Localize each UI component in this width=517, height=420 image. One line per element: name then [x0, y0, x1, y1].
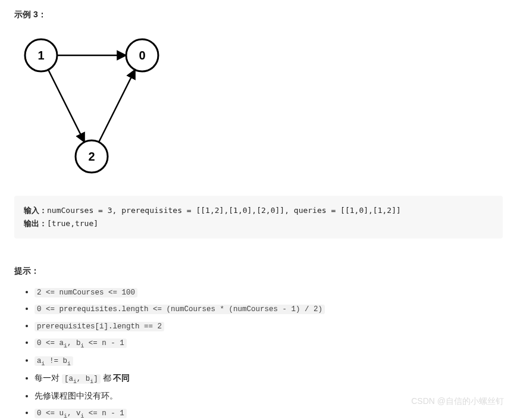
hint-code: 0 <= prerequisites.length <= (numCourses…: [35, 305, 325, 314]
hint-item: 先修课程图中没有环。: [35, 389, 503, 403]
hint-code: 0 <= ai, bi <= n - 1: [35, 338, 127, 348]
input-label: 输入：: [24, 206, 47, 215]
hints-list: 2 <= numCourses <= 1000 <= prerequisites…: [14, 285, 503, 420]
node-0-label: 0: [139, 49, 145, 62]
input-value: numCourses = 3, prerequisites = [[1,2],[…: [47, 206, 401, 215]
hint-item: 0 <= ai, bi <= n - 1: [35, 336, 503, 351]
hint-item: 每一对 [ai, bi] 都 不同: [35, 371, 503, 387]
output-value: [true,true]: [47, 219, 98, 228]
graph-figure: 1 0 2: [14, 29, 503, 185]
hint-item: 2 <= numCourses <= 100: [35, 285, 503, 299]
edge-1-2: [48, 70, 84, 142]
edge-2-0: [99, 70, 135, 142]
hint-item: 0 <= ui, vi <= n - 1: [35, 406, 503, 420]
hint-item: ai != bi: [35, 353, 503, 369]
hints-title: 提示：: [14, 266, 503, 277]
hint-code: 0 <= ui, vi <= n - 1: [35, 409, 127, 418]
io-codebox: 输入：numCourses = 3, prerequisites = [[1,2…: [14, 196, 503, 239]
hints-section: 提示： 2 <= numCourses <= 1000 <= prerequis…: [14, 266, 503, 420]
hint-code: 2 <= numCourses <= 100: [35, 288, 137, 297]
node-2-label: 2: [88, 150, 95, 163]
graph-svg: 1 0 2: [14, 29, 175, 183]
output-label: 输出：: [24, 219, 47, 228]
hint-item: prerequisites[i].length == 2: [35, 319, 503, 333]
hint-code: prerequisites[i].length == 2: [35, 322, 164, 331]
hint-item: 0 <= prerequisites.length <= (numCourses…: [35, 302, 503, 316]
hint-code: [ai, bi]: [62, 374, 101, 384]
node-1-label: 1: [37, 49, 44, 62]
example-title: 示例 3：: [14, 10, 503, 20]
hint-code: ai != bi: [35, 356, 73, 366]
